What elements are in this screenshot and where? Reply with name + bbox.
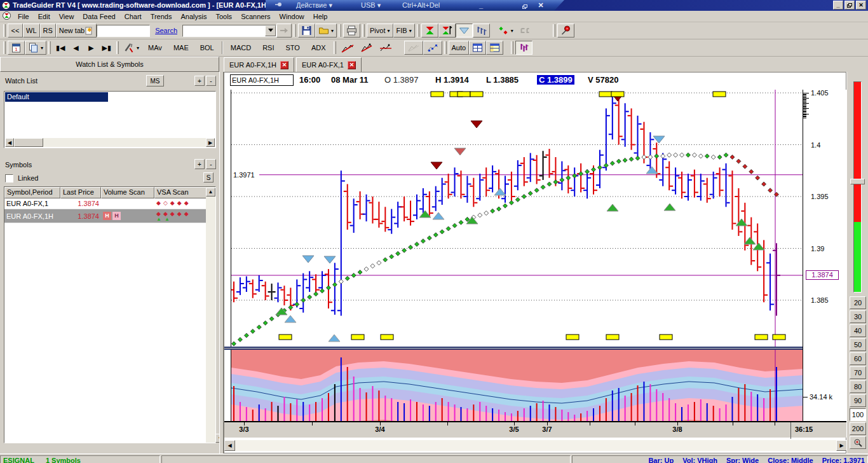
rs-button[interactable]: RS <box>40 24 56 38</box>
save-button[interactable] <box>298 24 315 38</box>
column-header-vsa-scan[interactable]: VSA Scan <box>154 187 207 198</box>
trend-long-button[interactable] <box>376 41 395 55</box>
window-restore-button[interactable] <box>844 1 855 10</box>
symbols-table-vscrollbar[interactable]: ▲ ▼ <box>206 187 215 443</box>
vm-pin-icon[interactable] <box>275 1 282 10</box>
zoom-level-60[interactable]: 60 <box>850 352 866 365</box>
search-link[interactable]: Search <box>155 27 177 34</box>
copy-button[interactable]: ▾ <box>25 41 46 55</box>
zoom-level-70[interactable]: 70 <box>850 366 866 379</box>
menu-view[interactable]: View <box>55 11 79 22</box>
column-header-symbol-period[interactable]: Symbol,Period <box>4 187 60 198</box>
indicator-tools-button[interactable]: ▾ <box>121 41 142 55</box>
zoom-level-20[interactable]: 20 <box>850 296 866 309</box>
window-minimize-button[interactable]: _ <box>833 1 843 10</box>
scroll-thumb[interactable] <box>14 138 43 147</box>
chart-symbol-box[interactable]: EUR A0-FX,1H <box>230 74 294 86</box>
vm-ctrl-alt-del-button[interactable]: Ctrl+Alt+Del <box>402 1 440 9</box>
go-button[interactable] <box>276 24 292 38</box>
menu-chart[interactable]: Chart <box>120 11 146 22</box>
wl-button[interactable]: WL <box>23 24 40 38</box>
menu-edit[interactable]: Edit <box>34 11 55 22</box>
symbol-combobox[interactable] <box>182 25 276 37</box>
signals-minor-button[interactable] <box>456 24 473 38</box>
column-header-last-price[interactable]: Last Price <box>60 187 101 198</box>
menu-tools[interactable]: Tools <box>211 11 236 22</box>
pivot-button[interactable]: Pivot▾ <box>367 24 393 38</box>
symbol-search-input[interactable] <box>97 25 150 37</box>
vm-restore-button[interactable] <box>522 3 527 10</box>
macd-button[interactable]: MACD <box>225 41 257 55</box>
menu-window[interactable]: Window <box>275 11 309 22</box>
zoom-level-30[interactable]: 30 <box>850 310 866 323</box>
trend-disabled-button[interactable] <box>404 41 423 55</box>
vsa-view-button[interactable] <box>515 41 532 55</box>
scroll-left-icon[interactable]: ◀ <box>5 138 14 147</box>
rsi-button[interactable]: RSI <box>257 41 280 55</box>
symbols-add-button[interactable]: + <box>194 159 205 169</box>
mav-button[interactable]: MAv <box>142 41 168 55</box>
scroll-right-icon[interactable]: ▶ <box>206 138 215 147</box>
watchlist-hscrollbar[interactable]: ◀ ▶ <box>5 138 215 147</box>
combobox-dropdown-icon[interactable] <box>265 25 276 36</box>
signals-flag-button[interactable] <box>438 24 456 38</box>
auto-scale-button[interactable]: Auto <box>449 41 470 55</box>
adx-button[interactable]: ADX <box>306 41 332 55</box>
vm-usb-menu[interactable]: USB ▾ <box>361 1 381 10</box>
calendar-button[interactable]: 1 <box>8 41 25 55</box>
linked-checkbox[interactable] <box>5 174 13 183</box>
symbols-remove-button[interactable]: - <box>206 159 216 169</box>
volume-pane[interactable] <box>231 350 803 421</box>
scroll-left-icon[interactable]: ◀ <box>224 440 235 451</box>
nav-prev-button[interactable]: ◀ <box>69 41 84 55</box>
tab-eur-a0-fx-1h[interactable]: EUR A0-FX,1H✕ <box>224 57 294 72</box>
nav-first-button[interactable]: ▮◀ <box>53 41 69 55</box>
zoom-level-40[interactable]: 40 <box>850 324 866 337</box>
vm-minimize-button[interactable]: _ <box>475 1 487 9</box>
window-close-button[interactable]: ✕ <box>856 1 866 10</box>
zoom-level-200[interactable]: 200 <box>850 422 866 435</box>
new-tab-button[interactable]: New tab ✱ <box>56 24 97 38</box>
nav-last-button[interactable]: ▶▮ <box>99 41 115 55</box>
open-chart-button[interactable]: ▾ <box>315 24 337 38</box>
mae-button[interactable]: MAE <box>168 41 194 55</box>
vm-close-button[interactable]: ✕ <box>535 1 546 10</box>
print-button[interactable] <box>343 24 360 38</box>
dot-trend-button[interactable] <box>423 41 442 55</box>
fib-button[interactable]: FIB▾ <box>393 24 415 38</box>
zoom-level-100[interactable]: 100 <box>850 408 866 421</box>
zoom-level-80[interactable]: 80 <box>850 380 866 393</box>
trend-short-button[interactable] <box>338 41 357 55</box>
vm-action-menu[interactable]: Действие ▾ <box>296 1 332 10</box>
grid-layout-button[interactable] <box>469 41 486 55</box>
zoom-level-90[interactable]: 90 <box>850 394 866 407</box>
scroll-up-icon[interactable]: ▲ <box>206 188 215 197</box>
signals-all-button[interactable] <box>421 24 438 38</box>
tab-eur-a0-fx-1[interactable]: EUR A0-FX,1✕ <box>296 57 362 72</box>
symbol-row[interactable]: EUR A0-FX,1H1.3874HH◆◆◆◆◆▲▲ <box>4 209 215 223</box>
watch-listbox[interactable]: Default ◀ ▶ <box>4 91 216 148</box>
column-header-volume-scan[interactable]: Volume Scan <box>101 187 154 198</box>
sto-button[interactable]: STO <box>280 41 305 55</box>
trend-gauge[interactable] <box>853 81 862 293</box>
symbol-row[interactable]: EUR A0-FX,11.3874◆◇◆◆◆ <box>4 198 215 209</box>
price-axis[interactable]: 1.3874 34.14 k 1.4051.41.3951.391.385 <box>803 90 847 421</box>
pin-layout-button[interactable] <box>557 24 574 38</box>
ms-button[interactable]: MS <box>146 75 164 86</box>
grid-layout-alt-button[interactable] <box>486 41 503 55</box>
watchlist-item-default[interactable]: Default <box>5 92 108 102</box>
tab-close-icon[interactable]: ✕ <box>280 61 288 69</box>
sidebar-splitter[interactable] <box>219 72 224 453</box>
scroll-right-icon[interactable]: ▶ <box>836 440 847 451</box>
zoom-level-50[interactable]: 50 <box>850 338 866 351</box>
bol-button[interactable]: BOL <box>194 41 220 55</box>
zoom-tool-button[interactable] <box>850 436 866 449</box>
menu-file[interactable]: File <box>13 11 34 22</box>
price-pane[interactable]: 1.3971 <box>231 90 803 347</box>
trend-medium-button[interactable] <box>357 41 376 55</box>
scan-button[interactable]: S <box>203 172 214 183</box>
link-windows-button[interactable] <box>517 24 534 38</box>
watchlist-add-button[interactable]: + <box>194 76 205 86</box>
nav-next-button[interactable]: ▶ <box>84 41 99 55</box>
bar-chart-style-button[interactable] <box>473 24 490 38</box>
